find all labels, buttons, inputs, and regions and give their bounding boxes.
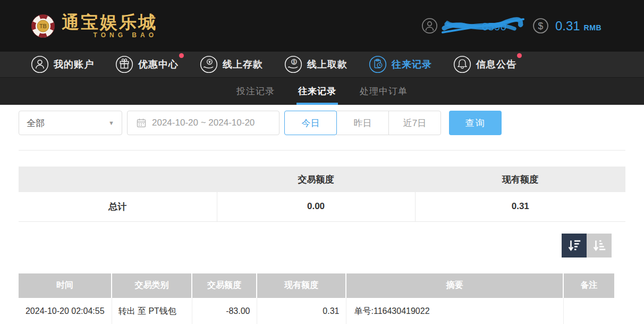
site-subtitle: TONG BAO	[62, 32, 157, 38]
summary-total-amount: 0.00	[217, 192, 415, 221]
category-select[interactable]: 全部 ▼	[19, 111, 122, 135]
main-nav: 我的账户 优惠中心 线上存款 $ 线上取款	[0, 52, 644, 78]
svg-text:$: $	[293, 59, 295, 64]
sort-controls	[19, 234, 625, 257]
records-header-balance: 现有额度	[257, 273, 346, 298]
last7days-button[interactable]: 近7日	[388, 111, 441, 135]
records-header-remark: 备注	[563, 273, 614, 298]
content: 全部 ▼ 2024-10-20 ~ 2024-10-20 今日 昨日 近7日 查…	[0, 105, 644, 324]
account-area: 0590 $ 0.31 RMB	[421, 16, 601, 36]
sort-ascending-icon	[592, 238, 606, 252]
balance-amount: 0.31	[555, 19, 580, 34]
calendar-icon	[136, 118, 147, 128]
filter-bar: 全部 ▼ 2024-10-20 ~ 2024-10-20 今日 昨日 近7日 查…	[19, 111, 625, 135]
quick-date-buttons: 今日 昨日 近7日	[284, 111, 441, 135]
summary-header-row: 交易额度 现有额度	[19, 167, 625, 192]
record-type: 转出 至 PT钱包	[112, 298, 192, 324]
summary-header-empty	[19, 167, 217, 192]
date-range-input[interactable]: 2024-10-20 ~ 2024-10-20	[127, 111, 279, 135]
divider	[19, 150, 625, 151]
casino-chip-icon: TB	[31, 14, 55, 38]
sort-descending-button[interactable]	[562, 234, 587, 257]
query-button[interactable]: 查询	[449, 111, 502, 135]
nav-item-my-account[interactable]: 我的账户	[31, 55, 94, 73]
records-table: 时间 交易类别 交易额度 现有额度 摘要 备注 2024-10-20 02:04…	[19, 273, 614, 324]
gift-icon	[115, 55, 133, 73]
bell-icon	[453, 55, 471, 73]
balance-coin-icon: $	[532, 18, 549, 34]
summary-header-balance: 现有额度	[415, 167, 625, 192]
logo-text: 通宝娱乐城 TONG BAO	[62, 13, 157, 38]
record-summary: 单号:116430419022	[346, 298, 563, 324]
today-button[interactable]: 今日	[284, 111, 337, 135]
censored-username-scribble: 0590	[441, 16, 525, 36]
topbar: TB 通宝娱乐城 TONG BAO 0590 $ 0.31 RMB	[0, 0, 644, 52]
summary-total-row: 总计 0.00 0.31	[19, 192, 625, 221]
chevron-down-icon: ▼	[108, 120, 114, 126]
record-balance: 0.31	[257, 298, 346, 324]
date-range-value: 2024-10-20 ~ 2024-10-20	[152, 118, 255, 128]
record-remark	[563, 298, 614, 324]
sort-descending-icon	[567, 238, 581, 252]
category-select-value: 全部	[27, 117, 45, 129]
table-row: 2024-10-20 02:04:55 转出 至 PT钱包 -83.00 0.3…	[19, 298, 614, 324]
tab-processing-orders[interactable]: 处理中订单	[358, 78, 409, 105]
notification-dot	[517, 53, 522, 58]
sort-ascending-button[interactable]	[587, 234, 612, 257]
records-header-row: 时间 交易类别 交易额度 现有额度 摘要 备注	[19, 273, 614, 298]
account-avatar-icon[interactable]	[421, 18, 438, 34]
site-title: 通宝娱乐城	[62, 13, 157, 31]
withdraw-icon: $	[284, 55, 302, 73]
sub-tabbar: 投注记录 往来记录 处理中订单	[0, 78, 644, 105]
summary-total-balance: 0.31	[415, 192, 625, 221]
records-icon	[369, 55, 387, 73]
balance-display[interactable]: 0.31 RMB	[555, 19, 601, 34]
notification-dot	[179, 53, 184, 58]
nav-item-announcements[interactable]: 信息公告	[453, 55, 516, 73]
records-header-time: 时间	[19, 273, 112, 298]
nav-item-transaction-records[interactable]: 往来记录	[369, 55, 432, 73]
svg-text:TB: TB	[39, 23, 46, 29]
nav-item-withdraw[interactable]: $ 线上取款	[284, 55, 348, 73]
record-amount: -83.00	[192, 298, 257, 324]
records-header-type: 交易类别	[112, 273, 192, 298]
tab-transaction-records[interactable]: 往来记录	[296, 78, 338, 105]
nav-item-deposit[interactable]: 线上存款	[200, 55, 263, 73]
site-logo[interactable]: TB 通宝娱乐城 TONG BAO	[31, 13, 157, 38]
deposit-icon	[200, 55, 218, 73]
summary-total-label: 总计	[19, 192, 217, 221]
records-header-summary: 摘要	[346, 273, 563, 298]
record-time: 2024-10-20 02:04:55	[19, 298, 112, 324]
yesterday-button[interactable]: 昨日	[336, 111, 389, 135]
records-header-amount: 交易额度	[192, 273, 257, 298]
tab-betting-records[interactable]: 投注记录	[235, 78, 276, 105]
svg-text:$: $	[538, 21, 544, 31]
summary-table: 交易额度 现有额度 总计 0.00 0.31	[19, 167, 625, 222]
summary-header-amount: 交易额度	[217, 167, 415, 192]
nav-item-promotions[interactable]: 优惠中心	[115, 55, 179, 73]
user-icon	[31, 55, 49, 73]
balance-currency: RMB	[584, 23, 601, 32]
